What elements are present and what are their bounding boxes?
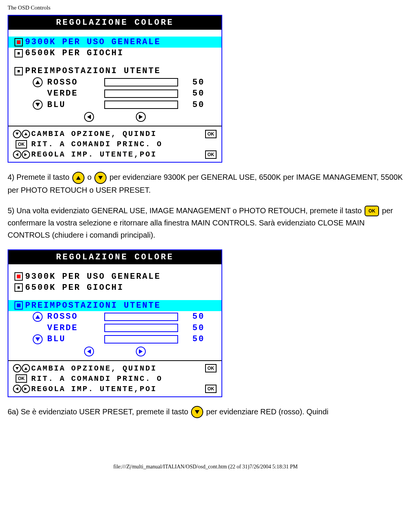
- left-right-arrows: [8, 345, 221, 360]
- radio-selected-icon: [14, 272, 23, 281]
- radio-unselected-icon: [14, 49, 23, 58]
- rgb-label: VERDE: [44, 89, 104, 98]
- osd-panel-2: REGOLAZIONE COLORE 9300K PER USO GENERAL…: [8, 249, 222, 397]
- ok-icon: OK: [205, 150, 217, 159]
- osd-panel-1: REGOLAZIONE COLORE 9300K PER USO GENERAL…: [8, 15, 222, 163]
- option-label: PREIMPOSTAZIONI UTENTE: [25, 66, 161, 76]
- page-footer-path: file:///Z|/multi_manual/ITALIAN/OSD/osd_…: [8, 464, 403, 470]
- slider-bar: [104, 101, 178, 109]
- hint-text: CAMBIA OPZIONE, QUINDI: [31, 129, 203, 138]
- instruction-step-6a: 6a) Se è evidenziato USER PRESET, premet…: [8, 406, 403, 419]
- radio-unselected-icon: [14, 301, 23, 310]
- rgb-red-row: ROSSO 50: [8, 77, 221, 88]
- option-label: PREIMPOSTAZIONI UTENTE: [25, 301, 161, 310]
- rgb-label: VERDE: [44, 323, 104, 333]
- rgb-label: BLU: [44, 334, 104, 344]
- ok-icon: OK: [205, 130, 217, 138]
- option-label: 9300K PER USO GENERALE: [25, 37, 161, 47]
- slider-bar: [104, 324, 178, 332]
- rgb-label: BLU: [44, 100, 104, 110]
- slider-bar: [104, 78, 178, 86]
- up-arrow-icon: [22, 130, 30, 138]
- osd-footer-hints: CAMBIA OPZIONE, QUINDI OK OK RIT. A COMA…: [8, 126, 221, 162]
- rgb-green-row: VERDE 50: [8, 323, 221, 334]
- slider-bar: [104, 313, 178, 321]
- right-arrow-icon: [136, 112, 146, 122]
- ok-icon: OK: [205, 385, 217, 393]
- right-arrow-icon: [22, 150, 30, 159]
- osd-footer-hints: CAMBIA OPZIONE, QUINDI OK OK RIT. A COMA…: [8, 360, 221, 396]
- option-label: 6500K PER GIOCHI: [25, 283, 124, 292]
- instruction-step-4: 4) Premete il tasto o per evidenziare 93…: [8, 171, 403, 196]
- down-button-icon: [191, 406, 203, 418]
- ok-icon: OK: [205, 364, 217, 372]
- down-arrow-icon: [33, 334, 43, 344]
- down-button-icon: [94, 172, 107, 184]
- rgb-blue-row: BLU 50: [8, 99, 221, 110]
- up-arrow-icon: [22, 364, 30, 372]
- slider-bar: [104, 335, 178, 343]
- rgb-blue-row: BLU 50: [8, 334, 221, 345]
- hint-text: RIT. A COMANDI PRINC. O: [31, 374, 203, 383]
- option-label: 6500K PER GIOCHI: [25, 48, 124, 58]
- rgb-value: 50: [182, 89, 205, 98]
- option-6500k[interactable]: 6500K PER GIOCHI: [8, 282, 221, 293]
- ok-icon: OK: [16, 140, 27, 149]
- up-arrow-icon: [33, 312, 43, 322]
- osd-title: REGOLAZIONE COLORE: [8, 250, 221, 264]
- hint-text: REGOLA IMP. UTENTE,POI: [31, 150, 203, 159]
- radio-unselected-icon: [14, 283, 23, 292]
- instruction-step-5: 5) Una volta evidenziato GENERAL USE, IM…: [8, 204, 403, 241]
- osd-title: REGOLAZIONE COLORE: [8, 16, 221, 30]
- down-arrow-icon: [13, 364, 21, 372]
- ok-button-icon: OK: [365, 206, 379, 216]
- radio-unselected-icon: [14, 67, 23, 75]
- page-header: The OSD Controls: [8, 5, 403, 11]
- up-arrow-icon: [33, 77, 43, 87]
- hint-text: RIT. A COMANDI PRINC. O: [31, 140, 203, 149]
- down-arrow-icon: [33, 100, 43, 110]
- rgb-value: 50: [182, 323, 205, 333]
- down-arrow-icon: [13, 130, 21, 138]
- radio-selected-icon: [14, 38, 23, 46]
- option-user-preset[interactable]: PREIMPOSTAZIONI UTENTE: [8, 66, 221, 77]
- option-6500k[interactable]: 6500K PER GIOCHI: [8, 48, 221, 59]
- left-arrow-icon: [13, 150, 21, 159]
- rgb-label: ROSSO: [44, 78, 104, 87]
- option-label: 9300K PER USO GENERALE: [25, 272, 161, 281]
- right-arrow-icon: [22, 385, 30, 393]
- slider-bar: [104, 89, 178, 98]
- right-arrow-icon: [136, 347, 146, 356]
- rgb-value: 50: [182, 312, 205, 321]
- rgb-green-row: VERDE 50: [8, 88, 221, 99]
- left-right-arrows: [8, 110, 221, 126]
- option-9300k[interactable]: 9300K PER USO GENERALE: [8, 271, 221, 282]
- hint-text: CAMBIA OPZIONE, QUINDI: [31, 364, 203, 373]
- ok-icon: OK: [16, 374, 27, 383]
- left-arrow-icon: [84, 347, 94, 356]
- left-arrow-icon: [13, 385, 21, 393]
- rgb-value: 50: [182, 334, 205, 344]
- left-arrow-icon: [84, 112, 94, 122]
- option-user-preset[interactable]: PREIMPOSTAZIONI UTENTE: [8, 300, 221, 311]
- hint-text: REGOLA IMP. UTENTE,POI: [31, 385, 203, 393]
- rgb-value: 50: [182, 78, 205, 87]
- rgb-label: ROSSO: [44, 312, 104, 321]
- rgb-red-row: ROSSO 50: [8, 311, 221, 323]
- rgb-value: 50: [182, 100, 205, 110]
- up-button-icon: [72, 172, 84, 184]
- option-9300k[interactable]: 9300K PER USO GENERALE: [8, 37, 221, 48]
